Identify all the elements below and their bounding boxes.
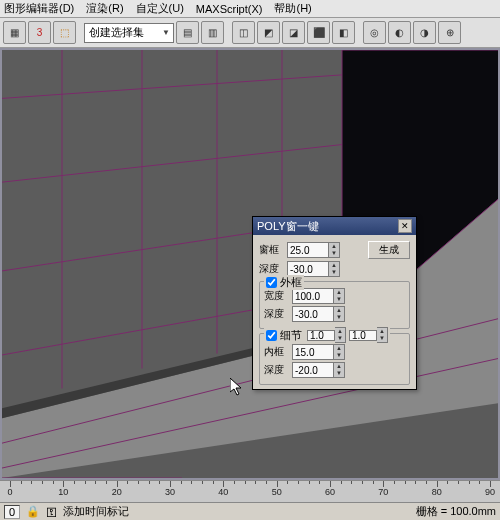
detail-group: 细节 ▲▼ ▲▼ 内框 ▲▼ 深度 xyxy=(259,333,410,385)
toolbar-button[interactable]: ◩ xyxy=(257,21,280,44)
menu-bar: 图形编辑器(D) 渲染(R) 自定义(U) MAXScript(X) 帮助(H) xyxy=(0,0,500,18)
detail-spinner-b[interactable]: ▲▼ xyxy=(349,327,388,343)
status-bar: 0 🔒 ⚿ 添加时间标记 栅格 = 100.0mm xyxy=(0,502,500,520)
toolbar-button[interactable]: ⊕ xyxy=(438,21,461,44)
inner-frame-spinner[interactable]: ▲▼ xyxy=(292,344,345,360)
detail-spinner-a[interactable]: ▲▼ xyxy=(307,327,346,343)
spinner-input[interactable] xyxy=(292,306,334,322)
toolbar-button[interactable]: 3 xyxy=(28,21,51,44)
menu-item[interactable]: 帮助(H) xyxy=(274,1,311,16)
param-label: 深度 xyxy=(264,307,290,321)
toolbar: ▦ 3 ⬚ 创建选择集 ▤ ▥ ◫ ◩ ◪ ⬛ ◧ ◎ ◐ ◑ ⊕ xyxy=(0,18,500,48)
spinner-input[interactable] xyxy=(292,362,334,378)
menu-item[interactable]: 图形编辑器(D) xyxy=(4,1,74,16)
menu-item[interactable]: MAXScript(X) xyxy=(196,3,263,15)
spinner-input[interactable] xyxy=(292,344,334,360)
close-icon[interactable]: ✕ xyxy=(398,219,412,233)
outer-frame-group: 外框 宽度 ▲▼ 深度 ▲▼ xyxy=(259,281,410,329)
inner-depth-spinner[interactable]: ▲▼ xyxy=(292,362,345,378)
dialog-title: POLY窗一键 xyxy=(257,219,319,234)
param-label: 宽度 xyxy=(264,289,290,303)
dialog-titlebar[interactable]: POLY窗一键 ✕ xyxy=(253,217,416,235)
param-label: 内框 xyxy=(264,345,290,359)
toolbar-button[interactable]: ◧ xyxy=(332,21,355,44)
status-text: 添加时间标记 xyxy=(63,504,129,519)
selection-set-dropdown[interactable]: 创建选择集 xyxy=(84,23,174,43)
spinner-input[interactable] xyxy=(292,288,334,304)
detail-checkbox[interactable]: 细节 ▲▼ ▲▼ xyxy=(264,327,390,343)
param-label: 深度 xyxy=(264,363,290,377)
menu-item[interactable]: 渲染(R) xyxy=(86,1,123,16)
toolbar-button[interactable]: ⬚ xyxy=(53,21,76,44)
frame-width-spinner[interactable]: ▲▼ xyxy=(287,242,340,258)
key-icon[interactable]: ⚿ xyxy=(46,506,57,518)
toolbar-button[interactable]: ▦ xyxy=(3,21,26,44)
outer-width-spinner[interactable]: ▲▼ xyxy=(292,288,345,304)
toolbar-button[interactable]: ⬛ xyxy=(307,21,330,44)
toolbar-button[interactable]: ▥ xyxy=(201,21,224,44)
toolbar-button[interactable]: ◫ xyxy=(232,21,255,44)
lock-icon[interactable]: 🔒 xyxy=(26,505,40,518)
toolbar-button[interactable]: ◐ xyxy=(388,21,411,44)
viewport[interactable] xyxy=(0,48,500,480)
poly-window-dialog: POLY窗一键 ✕ 窗框 ▲▼ 生成 深度 ▲▼ 外框 宽度 xyxy=(252,216,417,390)
param-label: 窗框 xyxy=(259,243,285,257)
outer-depth-spinner[interactable]: ▲▼ xyxy=(292,306,345,322)
outer-frame-checkbox[interactable]: 外框 xyxy=(264,275,304,290)
param-label: 深度 xyxy=(259,262,285,276)
spinner-input[interactable] xyxy=(287,242,329,258)
toolbar-button[interactable]: ▤ xyxy=(176,21,199,44)
build-button[interactable]: 生成 xyxy=(368,241,410,259)
menu-item[interactable]: 自定义(U) xyxy=(136,1,184,16)
grid-label: 栅格 = 100.0mm xyxy=(416,504,496,519)
frame-field[interactable]: 0 xyxy=(4,505,20,519)
toolbar-button[interactable]: ◑ xyxy=(413,21,436,44)
toolbar-button[interactable]: ◪ xyxy=(282,21,305,44)
toolbar-button[interactable]: ◎ xyxy=(363,21,386,44)
timeline[interactable]: 0102030405060708090 xyxy=(0,480,500,502)
